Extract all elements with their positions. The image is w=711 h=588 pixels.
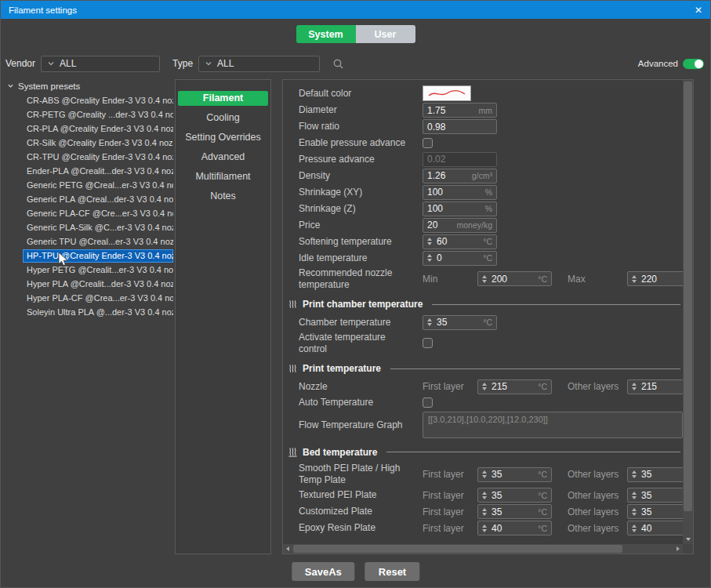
spinner-arrows-icon[interactable] [482, 508, 487, 516]
section-title: Print chamber temperature [303, 299, 423, 310]
input-value: 35 [641, 506, 684, 517]
tree-item-preset[interactable]: Hyper PLA @Crealit...der-3 V3 0.4 nozzle [23, 278, 173, 291]
first-layer-spinner-input[interactable]: 35°C [477, 488, 552, 503]
tree-item-preset[interactable]: Generic TPU @Creal...er-3 V3 0.4 nozzle [23, 235, 173, 249]
input-unit: °C [538, 382, 547, 391]
tab-system[interactable]: System [296, 25, 356, 43]
tree-item-preset[interactable]: Generic PLA-Silk @C...er-3 V3 0.4 nozzle [23, 221, 173, 234]
input-value: 40 [492, 523, 535, 534]
horizontal-scrollbar-thumb[interactable] [293, 545, 622, 553]
spinner-arrows-icon[interactable] [632, 492, 637, 499]
spinner-arrows-icon[interactable] [632, 383, 637, 390]
tree-item-preset[interactable]: Generic PLA-CF @Cre...er-3 V3 0.4 nozzle [23, 207, 173, 220]
text-input[interactable]: 1.75mm [423, 103, 497, 118]
other-layers-label: Other layers [568, 469, 627, 480]
category-item[interactable]: Setting Overrides [178, 130, 268, 145]
tab-user[interactable]: User [356, 25, 415, 43]
tree-item-preset[interactable]: CR-PLA @Creality Ender-3 V3 0.4 nozzle [23, 122, 173, 136]
horizontal-scrollbar[interactable] [283, 544, 683, 554]
tree-item-preset[interactable]: Soleyin Ultra PLA @...der-3 V3 0.4 nozzl… [23, 306, 173, 319]
spinner-arrows-icon[interactable] [482, 470, 487, 478]
spinner-arrows-icon[interactable] [482, 275, 487, 283]
tree-item-preset[interactable]: CR-ABS @Creality Ender-3 V3 0.4 nozzle [23, 94, 173, 107]
tree-item-preset[interactable]: CR-TPU @Creality Ender-3 V3 0.4 nozzle [23, 151, 173, 164]
vendor-dropdown[interactable]: ALL [41, 56, 160, 72]
spinner-arrows-icon[interactable] [632, 524, 637, 532]
input-unit: °C [538, 470, 547, 479]
text-input[interactable]: 1.26g/cm³ [423, 169, 497, 183]
text-input[interactable]: 0.98 [423, 119, 497, 134]
spinner-input[interactable]: 60°C [423, 234, 497, 249]
tree-root[interactable]: System presets [5, 80, 173, 94]
close-icon[interactable]: ✕ [695, 5, 702, 16]
tree-item-preset[interactable]: Generic PLA @Creal...der-3 V3 0.4 nozzle [23, 193, 173, 206]
print-temperature-icon [288, 364, 298, 374]
setting-label: Recommended nozzle temperature [299, 267, 423, 291]
tree-item-preset[interactable]: CR-PETG @Creality ...der-3 V3 0.4 nozzle [23, 108, 173, 122]
text-input[interactable]: 100% [423, 201, 497, 216]
category-list: FilamentCoolingSetting OverridesAdvanced… [175, 79, 271, 554]
input-value: 100 [427, 203, 482, 214]
first-layer-spinner-input[interactable]: 35°C [477, 467, 552, 482]
save-as-button[interactable]: SaveAs [292, 562, 355, 581]
section-header: Print chamber temperature [288, 297, 680, 312]
scroll-left-button[interactable] [283, 544, 292, 554]
search-icon[interactable] [332, 58, 344, 70]
advanced-toggle[interactable] [683, 59, 704, 69]
reset-button[interactable]: Reset [365, 562, 419, 581]
default-color-swatch[interactable] [423, 85, 471, 101]
spinner-arrows-icon[interactable] [482, 383, 487, 390]
spinner-input[interactable]: 0°C [423, 251, 497, 266]
spinner-arrows-icon[interactable] [427, 238, 432, 245]
checkbox[interactable] [423, 338, 433, 348]
category-item[interactable]: Cooling [178, 111, 268, 125]
vertical-scrollbar[interactable] [683, 80, 693, 544]
first-layer-spinner-input[interactable]: 40°C [477, 521, 552, 535]
spinner-arrows-icon[interactable] [632, 508, 637, 516]
category-item[interactable]: Notes [178, 189, 268, 204]
section-title: Bed temperature [303, 447, 377, 458]
vertical-scrollbar-thumb[interactable] [684, 82, 692, 511]
section-divider [386, 452, 680, 452]
setting-label: Activate temperature control [299, 332, 423, 355]
setting-label: Smooth PEI Plate / High Temp Plate [299, 463, 423, 486]
setting-label: Flow ratio [299, 121, 423, 132]
tree-item-preset[interactable]: Hyper PETG @Crealit...er-3 V3 0.4 nozzle [23, 263, 173, 277]
tree-item-preset[interactable]: Hyper PLA-CF @Crea...er-3 V3 0.4 nozzle [23, 292, 173, 305]
spinner-arrows-icon[interactable] [427, 254, 432, 262]
type-dropdown[interactable]: ALL [198, 56, 320, 72]
text-input[interactable]: 100% [423, 185, 497, 200]
category-item[interactable]: Multifilament [178, 169, 268, 184]
checkbox[interactable] [423, 397, 433, 408]
type-value: ALL [217, 58, 234, 69]
spinner-arrows-icon[interactable] [427, 318, 432, 326]
first-layer-spinner-input[interactable]: 215°C [477, 379, 552, 394]
setting-label: Nozzle [299, 381, 423, 393]
setting-row: Diameter1.75mm [283, 102, 693, 118]
setting-row: Customized PlateFirst layer35°COther lay… [283, 503, 693, 520]
input-value: 200 [492, 274, 535, 285]
flow-graph-textarea[interactable]: [[3.0,210],[10.0,220],[12.0,230]] [423, 412, 683, 438]
tree-item-preset[interactable]: Generic PETG @Creal...er-3 V3 0.4 nozzle [23, 179, 173, 192]
checkbox[interactable] [423, 138, 433, 148]
tree-item-preset[interactable]: CR-Silk @Creality Ender-3 V3 0.4 nozzle [23, 136, 173, 150]
spinner-arrows-icon[interactable] [632, 470, 637, 478]
spinner-arrows-icon[interactable] [482, 524, 487, 532]
tree-item-preset[interactable]: HP-TPU @Creality Ender-3 V3 0.4 nozzle [23, 249, 173, 263]
category-item[interactable]: Advanced [178, 150, 268, 165]
text-input[interactable]: 20money/kg [423, 218, 497, 233]
first-layer-spinner-input[interactable]: 35°C [477, 504, 552, 519]
min-spinner-input[interactable]: 200°C [477, 271, 552, 286]
category-item[interactable]: Filament [178, 91, 268, 106]
scroll-right-button[interactable] [673, 544, 683, 554]
scroll-down-button[interactable] [683, 534, 693, 544]
spinner-arrows-icon[interactable] [632, 275, 637, 283]
spinner-arrows-icon[interactable] [482, 492, 487, 499]
setting-label: Pressure advance [299, 154, 423, 165]
tree-item-preset[interactable]: Ender-PLA @Crealit...der-3 V3 0.4 nozzle [23, 165, 173, 178]
window-title: Filament settings [9, 5, 77, 15]
setting-row: Enable pressure advance [283, 135, 693, 151]
spinner-input[interactable]: 35°C [423, 315, 497, 330]
text-input[interactable]: 0.02 [423, 152, 497, 167]
first-layer-label: First layer [423, 523, 477, 534]
